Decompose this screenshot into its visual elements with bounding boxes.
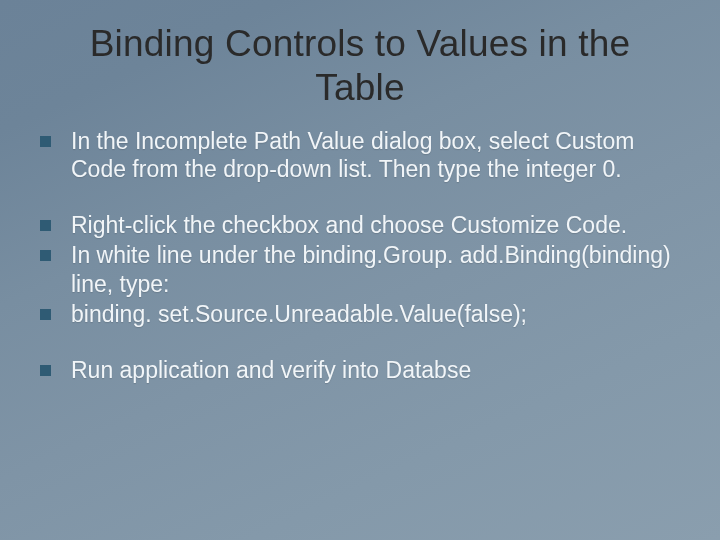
slide: Binding Controls to Values in the Table … bbox=[0, 0, 720, 540]
list-item-text: In white line under the binding.Group. a… bbox=[71, 241, 674, 297]
list-item-text: In the Incomplete Path Value dialog box,… bbox=[71, 127, 674, 183]
list-item: Run application and verify into Databse bbox=[38, 356, 674, 384]
bullet-group: Run application and verify into Databse bbox=[38, 356, 674, 384]
bullet-group: Right-click the checkbox and choose Cust… bbox=[38, 211, 674, 327]
square-bullet-icon bbox=[40, 250, 51, 261]
square-bullet-icon bbox=[40, 220, 51, 231]
bullet-group: In the Incomplete Path Value dialog box,… bbox=[38, 127, 674, 183]
list-item: In the Incomplete Path Value dialog box,… bbox=[38, 127, 674, 183]
list-item: Right-click the checkbox and choose Cust… bbox=[38, 211, 674, 239]
square-bullet-icon bbox=[40, 365, 51, 376]
slide-title: Binding Controls to Values in the Table bbox=[0, 0, 720, 109]
square-bullet-icon bbox=[40, 309, 51, 320]
list-item-text: Right-click the checkbox and choose Cust… bbox=[71, 211, 674, 239]
list-item: binding. set.Source.Unreadable.Value(fal… bbox=[38, 300, 674, 328]
list-item: In white line under the binding.Group. a… bbox=[38, 241, 674, 297]
list-item-text: binding. set.Source.Unreadable.Value(fal… bbox=[71, 300, 674, 328]
square-bullet-icon bbox=[40, 136, 51, 147]
slide-body: In the Incomplete Path Value dialog box,… bbox=[0, 109, 720, 383]
list-item-text: Run application and verify into Databse bbox=[71, 356, 674, 384]
